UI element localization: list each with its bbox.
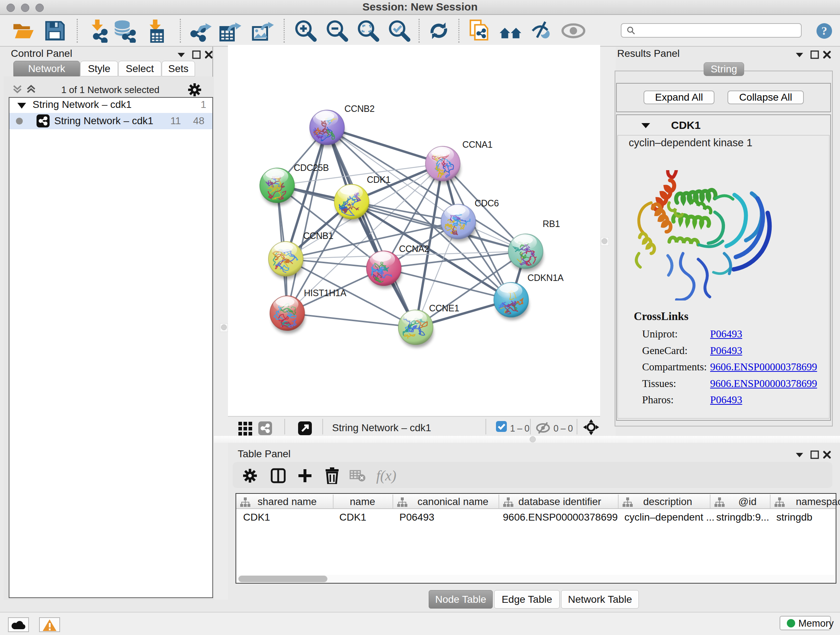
- svg-text:CCNB1: CCNB1: [303, 231, 333, 241]
- svg-text:CDKN1A: CDKN1A: [527, 272, 564, 283]
- svg-text:CCNB2: CCNB2: [344, 103, 374, 114]
- svg-text:CDC6: CDC6: [475, 198, 499, 208]
- svg-text:CCNA1: CCNA1: [462, 139, 493, 149]
- svg-text:?: ?: [821, 24, 827, 37]
- svg-text:RB1: RB1: [543, 219, 560, 229]
- svg-text:CDC25B: CDC25B: [294, 163, 329, 173]
- svg-text:CDK1: CDK1: [367, 174, 391, 185]
- svg-text:CCNE1: CCNE1: [429, 303, 459, 313]
- svg-text:CCNA2: CCNA2: [399, 244, 429, 254]
- svg-text:HIST1H1A: HIST1H1A: [304, 288, 347, 298]
